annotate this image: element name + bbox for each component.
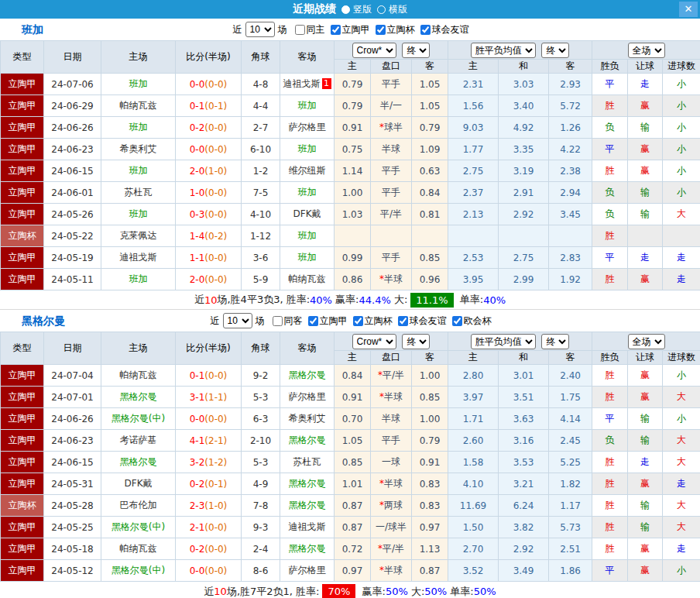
handicap-result-cell: 输 (628, 430, 663, 452)
away-odds-cell: 0.84 (412, 182, 448, 204)
league-cell: 立陶甲 (1, 139, 44, 160)
close-button[interactable]: ✕ (679, 2, 698, 17)
table-row: 立陶甲24-05-25黑格尔曼(中)2-1(0-0)9-3迪祖戈斯0.87一/球… (1, 517, 700, 538)
away-odds-cell: 0.81 (412, 204, 448, 225)
halftime-score: (0-0) (204, 122, 227, 133)
same-side-checkbox[interactable] (273, 316, 283, 326)
away-odds-cell: 1.05 (412, 74, 448, 95)
away-odds-cell: 0.85 (412, 247, 448, 269)
league-filter-checkbox[interactable] (452, 316, 462, 326)
avg-away-cell: 1.86 (549, 560, 592, 582)
same-side-checkbox[interactable] (295, 25, 305, 35)
fulltime-score: 4-1 (190, 435, 205, 446)
odds-group-header: Crow* 终 (335, 41, 448, 60)
subcol-handicap: 盘口 (371, 60, 412, 74)
avg-final-select[interactable]: 终 (541, 334, 569, 349)
avg-home-cell: 2.13 (448, 204, 499, 225)
away-team-cell: 萨尔格里 (280, 387, 335, 408)
games-count-select[interactable]: 10 (223, 313, 252, 328)
date-cell: 24-06-23 (44, 139, 101, 160)
table-row: 立陶甲24-05-26班加0-3(0-0)4-10DFK戴1.03平/半0.81… (1, 204, 700, 225)
summary-segment: 40% (310, 294, 332, 306)
titlebar: 近期战绩 竖版 横版 ✕ (0, 0, 700, 19)
handicap-result-cell: 走 (628, 74, 663, 95)
score-cell: 0-0(0-0) (176, 74, 242, 95)
scope-select[interactable]: 全场 (628, 43, 665, 58)
col-header-date: 日期 (44, 41, 101, 74)
fulltime-score: 0-2 (190, 544, 205, 555)
away-odds-cell: 0.91 (412, 452, 448, 473)
avg-draw-cell: 3.35 (499, 139, 549, 160)
halftime-score: (1-0) (204, 166, 227, 177)
games-count-select[interactable]: 10 (245, 22, 275, 37)
handicap-cell: *半球 (371, 560, 412, 582)
goals-result-cell: 走 (663, 538, 700, 560)
subcol-goals-result: 进球数 (663, 351, 700, 365)
odds-company-select[interactable]: Crow* (352, 334, 396, 349)
odds-final-select[interactable]: 终 (402, 334, 430, 349)
league-cell: 立陶甲 (1, 74, 44, 95)
corner-cell: 2-10 (242, 430, 280, 452)
summary-segment: 近 (204, 585, 214, 598)
handicap-cell: 一球 (371, 452, 412, 473)
avg-type-select[interactable]: 胜平负均值 (471, 43, 536, 58)
home-team-cell: 黑格尔曼(中) (101, 560, 176, 582)
handicap-result-cell: 输 (628, 408, 663, 430)
home-odds-cell: 0.85 (335, 452, 371, 473)
avg-draw-cell: 6.24 (499, 495, 549, 517)
away-odds-cell: 0.83 (412, 473, 448, 495)
corner-cell: 6-3 (242, 408, 280, 430)
avg-draw-cell: 3.63 (499, 408, 549, 430)
league-cell: 立陶甲 (1, 269, 44, 290)
league-cell: 立陶甲 (1, 430, 44, 452)
handicap-cell: *球半 (371, 117, 412, 139)
avg-away-cell: 1.75 (549, 387, 592, 408)
summary-line: 近10场,胜7平2负1, 胜率:70% 赢率:50% 大:50% 单率:50% (0, 582, 700, 598)
table-row: 立陶甲24-06-23希奥利艾0-0(0-0)6-10班加0.75半球1.091… (1, 139, 700, 160)
avg-type-select[interactable]: 胜平负均值 (471, 334, 536, 349)
halftime-score: (0-0) (204, 544, 227, 555)
league-filter-checkbox[interactable] (331, 25, 341, 35)
scope-group-header: 全场 (592, 332, 700, 351)
result-cell: 平 (592, 408, 628, 430)
odds-company-select[interactable]: Crow* (352, 43, 396, 58)
handicap-result-cell: 输 (628, 495, 663, 517)
league-filter-checkbox[interactable] (420, 25, 431, 35)
away-odds-cell: 1.09 (412, 139, 448, 160)
scope-select[interactable]: 全场 (628, 334, 665, 349)
avg-draw-cell: 2.99 (499, 269, 549, 290)
league-filter-checkbox[interactable] (376, 25, 386, 35)
home-odds-cell: 0.99 (335, 247, 371, 269)
league-filter-checkbox[interactable] (308, 316, 318, 326)
handicap-cell: *半球 (371, 473, 412, 495)
date-cell: 24-06-23 (44, 430, 101, 452)
home-odds-cell: 1.01 (335, 473, 371, 495)
avg-final-select[interactable]: 终 (541, 43, 569, 58)
summary-segment: 70% (322, 584, 355, 598)
vertical-layout-label: 竖版 (353, 3, 372, 16)
subcol-avg-away: 客 (549, 351, 592, 365)
odds-final-select[interactable]: 终 (402, 43, 430, 58)
goals-result-cell: 走 (663, 269, 700, 290)
league-filter-checkbox[interactable] (353, 316, 363, 326)
result-cell: 胜 (592, 517, 628, 538)
result-cell: 胜 (592, 473, 628, 495)
handicap-cell: 平手 (371, 74, 412, 95)
horizontal-layout-radio[interactable] (377, 5, 386, 14)
table-row: 立陶甲24-06-26班加0-2(0-0)2-7萨尔格里0.91*球半0.799… (1, 117, 700, 139)
table-row: 立陶甲24-05-18帕纳瓦兹0-2(0-0)2-4黑格尔曼0.72*平/半1.… (1, 538, 700, 560)
avg-home-cell: 1.71 (448, 408, 499, 430)
home-odds-cell: 1.14 (335, 160, 371, 182)
date-cell: 24-06-15 (44, 452, 101, 473)
layout-radio-group: 竖版 横版 (336, 3, 407, 16)
fulltime-score: 2-3 (190, 500, 205, 511)
corner-cell: 1-2 (242, 160, 280, 182)
handicap-cell: *平/半 (371, 365, 412, 387)
date-cell: 24-05-11 (44, 269, 101, 290)
league-filter-checkbox[interactable] (398, 316, 408, 326)
league-cell: 立陶甲 (1, 182, 44, 204)
vertical-layout-radio[interactable] (341, 5, 350, 14)
halftime-score: (2-1) (204, 435, 227, 446)
avg-home-cell: 3.95 (448, 269, 499, 290)
handicap-result-cell: 输 (628, 182, 663, 204)
